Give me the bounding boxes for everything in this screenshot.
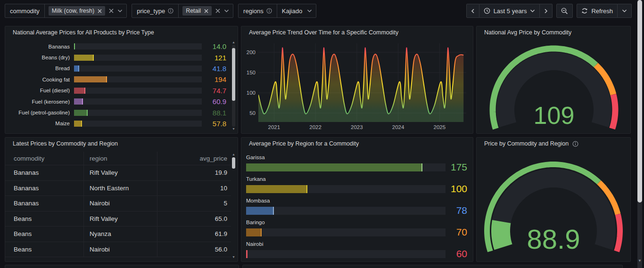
- scroll-up-icon[interactable]: ▲: [231, 153, 236, 156]
- cell-commodity: Bananas: [5, 169, 83, 176]
- cell-commodity: Beans: [5, 246, 83, 253]
- y-axis-tick: 150: [247, 70, 256, 75]
- x-axis-tick: 2022: [309, 124, 322, 130]
- clear-filter-icon[interactable]: [109, 8, 114, 13]
- bar-gauge-row: Nairobi60: [246, 241, 467, 262]
- cell-avg-price: 65.0: [157, 211, 231, 227]
- next-row-panel-peek: [242, 265, 623, 268]
- remove-chip-icon[interactable]: [204, 9, 208, 13]
- column-header[interactable]: avg_price: [157, 152, 231, 165]
- panel-latest-prices-table: Latest Prices by Commodity and Region co…: [5, 137, 238, 262]
- filter-regions-value[interactable]: Kajiado: [281, 8, 303, 15]
- cell-region: Nairobi: [83, 196, 157, 211]
- scroll-down-icon[interactable]: ▼: [637, 259, 642, 263]
- time-shift-forward-button[interactable]: [540, 4, 553, 18]
- table-row: BananasRift Valley19.9: [5, 165, 231, 181]
- bar-track: [246, 185, 446, 193]
- cell-commodity: Bananas: [5, 200, 83, 207]
- bar-value: 14.0: [202, 42, 226, 50]
- bar-fill: [74, 121, 82, 127]
- bar-gauge-row: Mombasa78: [246, 198, 467, 219]
- cell-avg-price: 56.0: [157, 242, 231, 257]
- panel-title[interactable]: Latest Prices by Commodity and Region: [5, 138, 238, 150]
- page-scrollbar: ▼: [637, 0, 642, 268]
- chevron-down-icon[interactable]: [224, 9, 229, 13]
- filter-price-type-chip[interactable]: Retail: [182, 6, 212, 16]
- filter-chip-text: Retail: [186, 8, 201, 14]
- column-header[interactable]: commodity: [5, 155, 83, 162]
- panel-title[interactable]: Average Price by Region for a Commodity: [241, 138, 473, 150]
- bar-label: Cooking fat: [10, 77, 74, 82]
- x-axis-tick: 2023: [351, 124, 363, 130]
- cell-avg-price: 19.9: [157, 165, 231, 180]
- next-row-panel-peek: [5, 265, 239, 268]
- bar-label: Baringo: [246, 219, 467, 225]
- table-row: BeansNairobi56.0: [5, 242, 231, 258]
- filter-label-text: commodity: [10, 8, 40, 15]
- filter-commodity-chip[interactable]: Milk (cow, fresh): [49, 6, 105, 16]
- cell-region: Nairobi: [83, 242, 157, 257]
- chevron-down-icon[interactable]: [307, 9, 312, 13]
- refresh-button[interactable]: Refresh: [577, 4, 618, 18]
- remove-chip-icon[interactable]: [98, 9, 102, 13]
- info-icon: [266, 8, 272, 14]
- table-row: BeansRift Valley65.0: [5, 211, 231, 227]
- bar-label: Mombasa: [246, 198, 467, 203]
- info-icon[interactable]: [572, 141, 578, 147]
- bar-track: [74, 110, 202, 116]
- bar-track: [246, 163, 446, 171]
- cell-region: Rift Valley: [83, 211, 157, 227]
- scrollbar-thumb[interactable]: [232, 48, 235, 101]
- info-icon: [168, 8, 173, 14]
- time-range-picker-button[interactable]: Last 5 years: [479, 4, 540, 18]
- bar-fill: [74, 110, 88, 116]
- bar-fill: [246, 185, 307, 193]
- bar-fill: [246, 228, 262, 236]
- column-header[interactable]: region: [83, 152, 157, 165]
- bar-gauge-row: Fuel (petrol-gasoline)88.1: [10, 107, 226, 118]
- bar-label: Fuel (diesel): [10, 88, 74, 93]
- bar-value: 41.8: [202, 65, 226, 73]
- bar-gauge-row: Maize57.8: [10, 118, 226, 129]
- filter-price-type-label: price_type: [132, 4, 179, 17]
- bar-gauge-national: Bananas14.0Beans (dry)121Bread41.8Cookin…: [10, 41, 226, 129]
- refresh-interval-button[interactable]: [618, 4, 632, 18]
- scroll-down-icon[interactable]: ▼: [231, 127, 236, 131]
- zoom-out-time-button[interactable]: [556, 4, 573, 18]
- bar-fill: [246, 207, 274, 215]
- table-row: BananasNorth Eastern10: [5, 181, 231, 196]
- bar-gauge-row: Beans (dry)121: [10, 52, 226, 63]
- panel-national-average-prices: National Average Prices for All Products…: [5, 26, 238, 134]
- bar-fill: [74, 65, 79, 72]
- cell-commodity: Beans: [5, 230, 83, 237]
- scrollbar-thumb[interactable]: [232, 157, 235, 169]
- bar-label: Nairobi: [246, 241, 467, 247]
- latest-prices-table: commodityregionavg_priceBananasRift Vall…: [5, 152, 231, 257]
- x-axis-tick: 2025: [434, 124, 446, 130]
- bar-value: 74.7: [202, 87, 226, 95]
- chevron-right-icon: [544, 8, 548, 14]
- panel-title[interactable]: National Avg Price by Commodity: [477, 26, 630, 39]
- panel-title[interactable]: Average Price Trend Over Time for a Spec…: [241, 26, 473, 39]
- chevron-down-icon: [530, 9, 535, 13]
- panel-title[interactable]: National Average Prices for All Products…: [5, 26, 238, 39]
- bar-label: Fuel (petrol-gasoline): [10, 110, 74, 115]
- bar-value: 60: [446, 248, 467, 260]
- scroll-down-icon[interactable]: ▼: [231, 255, 236, 259]
- page-scrollbar-thumb[interactable]: [637, 0, 642, 203]
- bar-value: 88.1: [202, 109, 226, 117]
- time-shift-back-button[interactable]: [466, 4, 479, 18]
- bar-track: [246, 250, 446, 258]
- clear-filter-icon[interactable]: [215, 8, 220, 13]
- chevron-left-icon: [471, 8, 475, 14]
- chevron-down-icon[interactable]: [117, 9, 123, 13]
- cell-region: Nyanza: [83, 227, 157, 242]
- bar-fill: [74, 55, 94, 61]
- bar-gauge-row: Fuel (diesel)74.7: [10, 85, 226, 96]
- panel-avg-price-by-region: Average Price by Region for a Commodity …: [241, 137, 473, 262]
- cell-region: North Eastern: [83, 181, 157, 196]
- time-series-chart: 5010015020020212022202320242025: [241, 39, 473, 134]
- scroll-up-icon[interactable]: ▲: [231, 41, 236, 44]
- y-axis-tick: 200: [247, 49, 256, 55]
- panel-title[interactable]: Price by Commodity and Region: [477, 138, 630, 150]
